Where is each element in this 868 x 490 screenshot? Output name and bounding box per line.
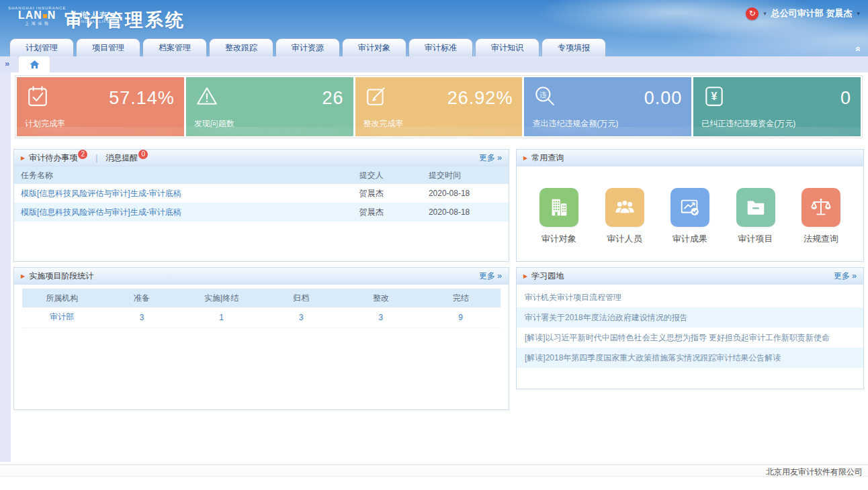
stat-label: 查出违纪违规金额(万元) — [532, 118, 618, 130]
app-header: SHANGHAI INSURANCE LANN 上 海 保 险 上海人寿 SHA… — [0, 0, 868, 56]
count-complete-link[interactable]: 9 — [458, 313, 463, 322]
warning-icon — [196, 85, 218, 107]
col-header-time: 提交时间 — [425, 166, 509, 184]
collapse-up-icon[interactable]: « — [855, 46, 863, 52]
tab-audit-object[interactable]: 审计对象 — [342, 38, 406, 56]
quick-item-audit-personnel[interactable]: 审计人员 — [601, 188, 648, 245]
col-header-task: 任务名称 — [14, 166, 355, 184]
count-archive-link[interactable]: 3 — [299, 313, 304, 322]
quick-item-audit-results[interactable]: 审计成果 — [666, 188, 713, 245]
quick-item-label: 审计人员 — [601, 233, 648, 245]
user-area: ↻ ▾ 总公司审计部 贺晨杰 ▾ — [746, 6, 860, 21]
stat-label: 已纠正违纪违规资金(万元) — [701, 118, 795, 130]
expand-tabs-icon[interactable]: » — [5, 58, 9, 68]
todo-task-link[interactable]: 模版[信息科技风险评估与审计]生成-审计底稿 — [21, 189, 181, 198]
list-item[interactable]: [解读]2018年第四季度国家重大政策措施落实情况跟踪审计结果公告解读 — [517, 348, 863, 368]
org-link[interactable]: 审计部 — [50, 312, 74, 322]
quick-query-title: 常用查询 — [531, 152, 564, 164]
stat-card-issues-found[interactable]: 26 发现问题数 — [186, 77, 353, 136]
quick-item-regulation-query[interactable]: 法规查询 — [797, 188, 844, 245]
quick-item-label: 审计项目 — [732, 233, 779, 245]
learning-more-link[interactable]: 更多 » — [834, 271, 857, 282]
table-row: 模版[信息科技风险评估与审计]生成-审计底稿 贺晨杰 2020-08-18 — [14, 203, 509, 222]
stat-card-violation-amount[interactable]: 违 0.00 查出违纪违规金额(万元) — [524, 77, 691, 136]
panel-stage-statistics: ▶ 实施项目阶段统计 更多 » 所属机构 准备 实施|终结 归档 整改 完结 审… — [13, 267, 509, 410]
col-header-prepare: 准备 — [102, 289, 182, 307]
col-header-rectify: 整改 — [341, 289, 421, 307]
footer: 北京用友审计软件有限公司 — [0, 464, 868, 477]
quick-item-audit-projects[interactable]: 审计项目 — [732, 188, 779, 245]
tab-project-mgmt[interactable]: 项目管理 — [76, 38, 140, 56]
list-item[interactable]: 审计署关于2018年度法治政府建设情况的报告 — [517, 307, 863, 328]
chevron-down-icon[interactable]: ▾ — [763, 10, 767, 17]
tab-special-report[interactable]: 专项填报 — [541, 38, 606, 56]
col-header-archive: 归档 — [261, 289, 341, 307]
stat-label: 计划完成率 — [25, 118, 65, 130]
col-header-submitter: 提交人 — [355, 166, 425, 184]
todo-tab[interactable]: 审计待办事项 — [29, 152, 77, 164]
table-row: 模版[信息科技风险评估与审计]生成-审计底稿 贺晨杰 2020-08-18 — [14, 184, 509, 203]
message-remind-tab[interactable]: 消息提醒 — [105, 152, 138, 164]
stage-more-link[interactable]: 更多 » — [479, 271, 502, 282]
stage-table: 所属机构 准备 实施|终结 归档 整改 完结 审计部 3 1 3 3 9 — [22, 289, 501, 328]
todo-task-link[interactable]: 模版[信息科技风险评估与审计]生成-审计底稿 — [21, 207, 181, 217]
edit-icon — [365, 85, 388, 107]
stat-card-rectify-completion[interactable]: 26.92% 整改完成率 — [355, 77, 523, 136]
tab-audit-resource[interactable]: 审计资源 — [275, 38, 340, 56]
stat-cards-row: 57.14% 计划完成率 26 发现问题数 26.92% 整改完成率 — [15, 75, 863, 138]
todo-table: 任务名称 提交人 提交时间 模版[信息科技风险评估与审计]生成-审计底稿 贺晨杰… — [14, 166, 509, 222]
tab-audit-standard[interactable]: 审计标准 — [408, 38, 473, 56]
todo-count-badge: 2 — [78, 150, 87, 159]
list-item[interactable]: 审计机关审计项目流程管理 — [517, 287, 863, 307]
panel-header: ▶ 学习园地 更多 » — [517, 268, 863, 285]
todo-more-link[interactable]: 更多 » — [479, 152, 502, 164]
cell-submitter: 贺晨杰 — [355, 184, 425, 203]
scales-icon — [801, 188, 840, 227]
stat-card-plan-completion[interactable]: 57.14% 计划完成率 — [17, 77, 184, 136]
notification-icon[interactable]: ↻ — [746, 7, 758, 20]
cell-submitter: 贺晨杰 — [355, 203, 425, 222]
page-title: 审计管理系统 — [64, 8, 185, 32]
panel-header: ▶ 实施项目阶段统计 更多 » — [14, 268, 509, 285]
stat-value: 0 — [840, 88, 851, 109]
tab-archive-mgmt[interactable]: 档案管理 — [142, 38, 207, 56]
tab-rectify-track[interactable]: 整改跟踪 — [209, 38, 273, 56]
tab-audit-knowledge[interactable]: 审计知识 — [475, 38, 539, 56]
panel-quick-query: ▶ 常用查询 — [516, 149, 864, 262]
bullet-icon: ▶ — [523, 155, 527, 161]
folder-icon — [736, 188, 775, 227]
header-separator: | — [95, 153, 97, 162]
count-prepare-link[interactable]: 3 — [140, 313, 144, 322]
home-tab[interactable] — [19, 56, 50, 72]
col-header-complete: 完结 — [421, 289, 501, 307]
quick-item-audit-object[interactable]: 审计对象 — [535, 188, 582, 245]
left-edge-strip — [0, 72, 11, 462]
table-row: 审计部 3 1 3 3 9 — [22, 307, 501, 328]
svg-text:违: 违 — [539, 91, 547, 99]
tab-plan-mgmt[interactable]: 计划管理 — [9, 38, 74, 56]
logo-brand: LANN — [8, 10, 66, 21]
quick-item-label: 审计对象 — [535, 233, 582, 245]
stat-card-corrected-funds[interactable]: ¥ 0 已纠正违纪违规资金(万元) — [693, 77, 861, 136]
logo-orange-square-icon — [43, 14, 47, 18]
chevron-down-icon[interactable]: ▾ — [857, 10, 860, 17]
stat-value: 26.92% — [447, 88, 513, 109]
user-org-name[interactable]: 总公司审计部 贺晨杰 — [771, 7, 853, 19]
stage-stats-title: 实施项目阶段统计 — [29, 271, 93, 282]
panel-header: ▶ 审计待办事项 2 | 消息提醒 0 更多 » — [14, 150, 509, 166]
list-item[interactable]: [解读]以习近平新时代中国特色社会主义思想为指导 更好担负起审计工作新职责新使命 — [517, 328, 863, 348]
search-violation-icon: 违 — [533, 85, 556, 107]
count-rectify-link[interactable]: 3 — [379, 313, 384, 322]
count-implement-link[interactable]: 1 — [219, 313, 224, 322]
panel-audit-todo: ▶ 审计待办事项 2 | 消息提醒 0 更多 » 任务名称 提交人 提交时间 模… — [13, 149, 509, 262]
bullet-icon: ▶ — [21, 273, 25, 279]
home-icon — [30, 60, 40, 69]
footer-company: 北京用友审计软件有限公司 — [766, 467, 863, 478]
yen-icon: ¥ — [703, 85, 726, 107]
message-count-badge: 0 — [138, 150, 148, 159]
quick-query-body: 审计对象 审计人员 — [517, 166, 863, 245]
logo-top-text: SHANGHAI INSURANCE — [8, 6, 66, 10]
svg-text:¥: ¥ — [711, 91, 718, 102]
cell-time: 2020-08-18 — [425, 203, 509, 222]
col-header-org: 所属机构 — [22, 289, 102, 307]
